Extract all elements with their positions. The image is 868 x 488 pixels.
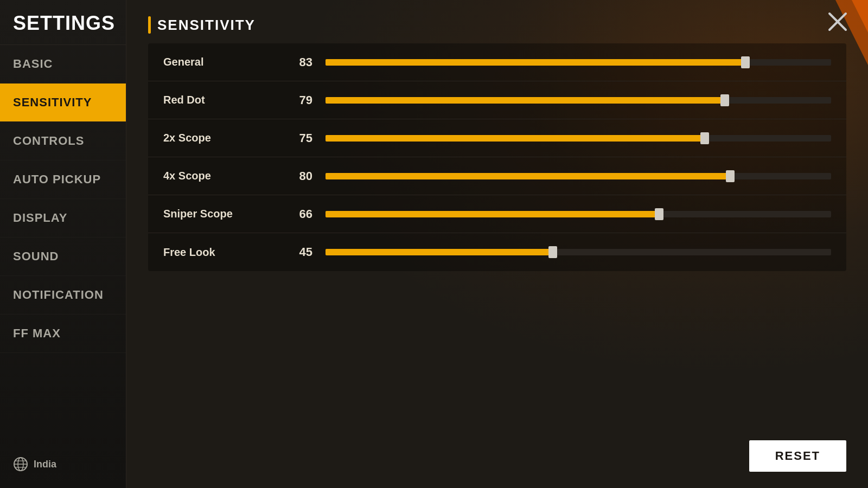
slider-value-2: 75 [283,131,312,145]
slider-row-1: Red Dot79 [148,81,846,119]
slider-value-3: 80 [283,169,312,183]
slider-track-1[interactable] [326,97,831,104]
slider-value-5: 45 [283,245,312,259]
sidebar-item-basic[interactable]: BASIC [0,45,126,84]
section-header: SENSITIVITY [148,16,846,34]
sidebar-item-auto-pickup[interactable]: AUTO PICKUP [0,160,126,199]
settings-title: SETTINGS [0,0,126,45]
sidebar-item-ff-max[interactable]: FF MAX [0,314,126,353]
slider-track-4[interactable] [326,211,831,217]
slider-value-1: 79 [283,93,312,107]
slider-track-fill-5 [326,249,553,255]
sidebar-item-display[interactable]: DISPLAY [0,199,126,237]
slider-track-3[interactable] [326,173,831,179]
slider-track-fill-2 [326,135,705,142]
slider-thumb-4[interactable] [655,208,663,220]
main-content: SENSITIVITY General83Red Dot792x Scope75… [126,0,868,488]
svg-marker-6 [852,0,868,33]
slider-thumb-0[interactable] [741,56,750,68]
slider-thumb-3[interactable] [726,170,735,182]
section-title: SENSITIVITY [157,17,256,34]
sidebar-item-controls[interactable]: CONTROLS [0,122,126,160]
reset-button[interactable]: RESET [749,440,846,472]
slider-label-2: 2x Scope [163,132,283,144]
slider-row-0: General83 [148,43,846,81]
slider-row-3: 4x Scope80 [148,157,846,195]
slider-label-0: General [163,56,283,68]
sidebar-footer: India [13,457,56,472]
sliders-container: General83Red Dot792x Scope754x Scope80Sn… [148,43,846,271]
sidebar-item-sensitivity[interactable]: SENSITIVITY [0,84,126,122]
slider-label-5: Free Look [163,246,283,259]
slider-row-4: Sniper Scope66 [148,195,846,233]
slider-label-1: Red Dot [163,94,283,106]
slider-track-fill-0 [326,59,745,66]
slider-track-fill-1 [326,97,725,104]
section-bar-accent [148,16,151,34]
slider-track-5[interactable] [326,249,831,255]
slider-row-5: Free Look45 [148,233,846,271]
slider-thumb-1[interactable] [720,94,729,106]
close-button[interactable] [824,8,852,36]
slider-track-0[interactable] [326,59,831,66]
slider-value-0: 83 [283,55,312,69]
globe-icon [13,457,28,472]
sidebar-item-sound[interactable]: SOUND [0,237,126,276]
slider-label-3: 4x Scope [163,170,283,182]
sidebar-item-notification[interactable]: NOTIFICATION [0,276,126,314]
slider-row-2: 2x Scope75 [148,119,846,157]
slider-value-4: 66 [283,207,312,221]
sidebar: SETTINGS BASICSENSITIVITYCONTROLSAUTO PI… [0,0,126,488]
slider-track-2[interactable] [326,135,831,142]
region-label: India [34,459,56,470]
slider-track-fill-4 [326,211,659,217]
slider-thumb-5[interactable] [548,246,557,258]
slider-label-4: Sniper Scope [163,208,283,220]
slider-thumb-2[interactable] [700,132,709,144]
slider-track-fill-3 [326,173,730,179]
